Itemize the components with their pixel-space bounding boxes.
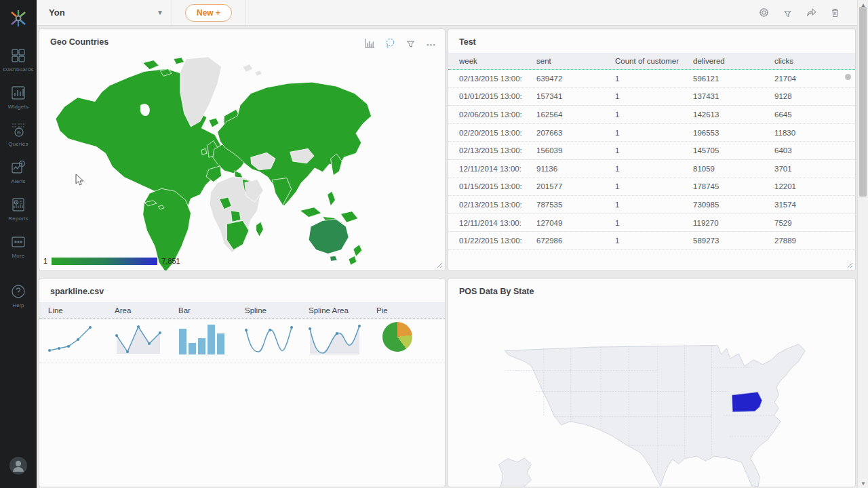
table-row[interactable]: 02/06/2015 13:00:16256411426136645 bbox=[448, 106, 855, 124]
sidebar-item-label: Help bbox=[12, 302, 24, 308]
bar-sparkline-chart bbox=[176, 322, 229, 356]
resize-handle-icon[interactable] bbox=[437, 262, 443, 268]
widget-test-table: Test week sent Count of customer deliver… bbox=[448, 28, 856, 271]
column-header[interactable]: Bar bbox=[170, 302, 236, 319]
widget-title: POS Data By State bbox=[448, 279, 855, 302]
resize-handle-icon[interactable] bbox=[847, 262, 853, 268]
column-header[interactable]: Count of customer bbox=[604, 53, 682, 69]
sidebar-item-label: Dashboards bbox=[3, 66, 33, 73]
column-header[interactable]: Area bbox=[106, 302, 170, 319]
table-row[interactable]: 02/13/2015 13:00:15603911457056403 bbox=[448, 142, 855, 160]
help-question-icon bbox=[10, 283, 26, 300]
report-doc-icon bbox=[10, 197, 26, 213]
sidebar-item-label: More bbox=[12, 253, 24, 259]
widget-title: sparkline.csv bbox=[39, 279, 445, 302]
table-row[interactable]: 01/15/2015 13:00:201577117874512201 bbox=[448, 178, 855, 197]
query-bubble-icon bbox=[10, 122, 26, 138]
delete-trash-icon[interactable] bbox=[829, 7, 841, 18]
user-avatar[interactable] bbox=[8, 455, 28, 476]
widget-title: Test bbox=[448, 29, 855, 53]
alert-wave-icon bbox=[10, 159, 26, 176]
widget-geo-countries: Geo Countries bbox=[39, 28, 446, 271]
column-header[interactable]: week bbox=[448, 53, 526, 69]
column-header[interactable]: Spline bbox=[236, 302, 300, 319]
table-row[interactable]: 01/01/2015 13:00:15734111374319128 bbox=[448, 88, 855, 106]
legend-min-value: 1 bbox=[43, 257, 47, 265]
sparkline-row[interactable] bbox=[39, 319, 445, 363]
app-logo-icon[interactable] bbox=[8, 8, 28, 28]
table-row[interactable]: 12/11/2014 13:00:911361810593701 bbox=[448, 160, 855, 178]
share-arrow-icon[interactable] bbox=[806, 7, 817, 18]
widget-sparkline: sparkline.csv Line Area Bar Spline Splin… bbox=[39, 278, 446, 487]
world-map[interactable] bbox=[39, 52, 445, 270]
us-map[interactable] bbox=[448, 302, 855, 487]
bar-chart-icon bbox=[10, 85, 26, 101]
table-row[interactable]: 02/20/2015 13:00:207663119655311830 bbox=[448, 124, 855, 142]
sidebar-item-label: Queries bbox=[8, 141, 28, 147]
widget-toolbar bbox=[364, 37, 437, 49]
table-header: week sent Count of customer delivered cl… bbox=[448, 53, 855, 70]
topbar: Yon ▼ New + bbox=[37, 0, 857, 26]
area-sparkline-chart bbox=[113, 322, 165, 356]
chevron-down-icon: ▼ bbox=[157, 9, 163, 16]
sidebar-item-label: Alerts bbox=[11, 178, 26, 184]
sidebar-item-help[interactable]: Help bbox=[10, 283, 26, 308]
filter-funnel-icon[interactable] bbox=[782, 7, 793, 18]
settings-gear-icon[interactable] bbox=[758, 7, 770, 18]
sidebar-item-widgets[interactable]: Widgets bbox=[8, 85, 28, 110]
column-header[interactable]: Pie bbox=[368, 302, 445, 319]
state-pennsylvania bbox=[732, 392, 762, 411]
sidebar-item-queries[interactable]: Queries bbox=[8, 122, 28, 147]
legend-gradient-bar bbox=[52, 258, 157, 265]
sidebar-nav: Dashboards Widgets Queries bbox=[3, 47, 33, 321]
sidebar: Dashboards Widgets Queries bbox=[0, 0, 37, 488]
spline-sparkline-chart bbox=[243, 322, 296, 356]
table-scroll-indicator[interactable] bbox=[845, 74, 851, 80]
table-row[interactable]: 02/13/2015 13:00:787535173098531574 bbox=[448, 196, 855, 214]
map-legend: 1 7,851 bbox=[43, 257, 180, 265]
table-row[interactable]: 12/11/2014 13:00:12704911192707529 bbox=[448, 214, 855, 232]
sidebar-item-more[interactable]: More bbox=[10, 234, 26, 259]
column-header[interactable]: Spline Area bbox=[300, 302, 368, 319]
column-header[interactable]: clicks bbox=[764, 53, 855, 69]
line-sparkline-chart bbox=[46, 322, 99, 356]
sidebar-item-reports[interactable]: Reports bbox=[8, 197, 28, 222]
sidebar-item-dashboards[interactable]: Dashboards bbox=[3, 47, 33, 73]
table-body: 02/13/2015 13:00:639472159612121704 01/0… bbox=[448, 70, 855, 250]
ellipsis-icon bbox=[10, 234, 26, 250]
table-row[interactable]: 01/22/2015 13:00:672986158927327889 bbox=[448, 232, 855, 250]
filter-icon[interactable] bbox=[405, 37, 416, 49]
sidebar-item-label: Widgets bbox=[8, 104, 28, 110]
topbar-actions bbox=[758, 7, 857, 18]
lasso-select-icon[interactable] bbox=[384, 37, 396, 49]
spline-area-sparkline-chart bbox=[307, 322, 363, 356]
legend-max-value: 7,851 bbox=[161, 257, 180, 265]
dashboard-selector[interactable]: Yon ▼ bbox=[37, 0, 172, 26]
column-header[interactable]: Line bbox=[39, 302, 106, 319]
sidebar-item-alerts[interactable]: Alerts bbox=[10, 159, 26, 184]
page-scrollbar[interactable]: ▲ ▼ bbox=[857, 0, 868, 488]
dashboard-app: Dashboards Widgets Queries bbox=[0, 0, 868, 488]
grid-icon bbox=[10, 47, 26, 64]
widget-pos-by-state: POS Data By State bbox=[448, 278, 856, 487]
scrollbar-thumb[interactable] bbox=[859, 7, 867, 197]
scroll-down-arrow[interactable]: ▼ bbox=[858, 479, 868, 488]
column-header[interactable]: sent bbox=[526, 53, 604, 69]
table-row[interactable]: 02/13/2015 13:00:639472159612121704 bbox=[448, 70, 855, 88]
sparkline-header: Line Area Bar Spline Spline Area Pie bbox=[39, 302, 445, 319]
sidebar-item-label: Reports bbox=[8, 216, 28, 222]
pie-sparkline-chart bbox=[382, 322, 412, 352]
more-options-icon[interactable] bbox=[425, 37, 437, 49]
dashboard-title: Yon bbox=[49, 7, 65, 18]
new-button[interactable]: New + bbox=[185, 4, 232, 22]
chart-type-icon[interactable] bbox=[364, 37, 376, 49]
column-header[interactable]: delivered bbox=[682, 53, 764, 69]
